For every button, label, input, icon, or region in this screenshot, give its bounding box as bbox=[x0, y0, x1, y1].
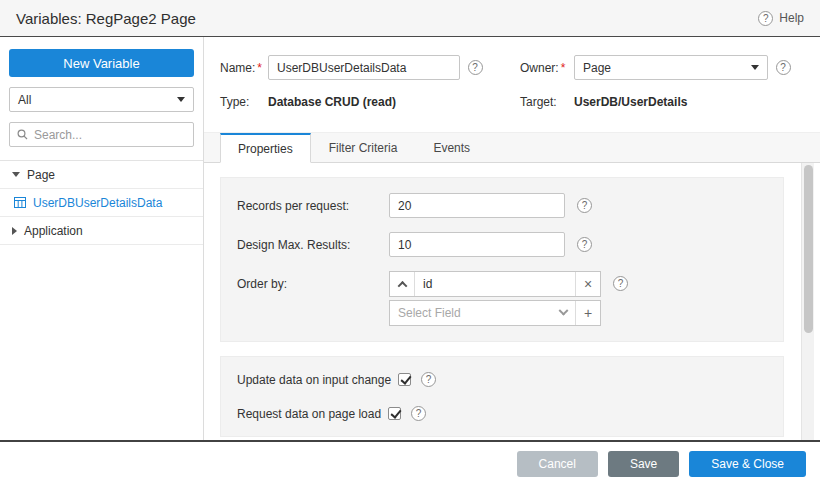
triangle-right-icon bbox=[12, 227, 17, 235]
panel-request-settings: Records per request: ? Design Max. Resul… bbox=[220, 177, 784, 342]
chevron-down-icon bbox=[559, 305, 569, 315]
help-button[interactable]: ? Help bbox=[758, 11, 804, 26]
search-input[interactable] bbox=[34, 128, 186, 142]
request-on-load-label: Request data on page load bbox=[237, 407, 381, 421]
save-button[interactable]: Save bbox=[608, 451, 679, 477]
type-label: Type: bbox=[220, 95, 268, 109]
variable-filter-select[interactable]: All bbox=[9, 87, 194, 112]
request-on-load-checkbox[interactable] bbox=[388, 407, 401, 420]
name-help-icon[interactable]: ? bbox=[468, 60, 483, 75]
order-by-add-row: Select Field + bbox=[389, 300, 601, 326]
owner-help-icon[interactable]: ? bbox=[776, 60, 791, 75]
tree-item-variable[interactable]: UserDBUserDetailsData bbox=[0, 189, 203, 217]
records-per-request-row: Records per request: ? bbox=[237, 193, 769, 218]
tree-group-application[interactable]: Application bbox=[0, 217, 203, 245]
select-field-placeholder: Select Field bbox=[398, 306, 461, 320]
tab-bar: Properties Filter Criteria Events bbox=[204, 132, 820, 163]
search-icon bbox=[17, 129, 28, 140]
type-value: Database CRUD (read) bbox=[268, 95, 520, 109]
tree-group-page-label: Page bbox=[27, 168, 55, 182]
update-on-input-checkbox[interactable] bbox=[398, 373, 411, 386]
update-on-input-label: Update data on input change bbox=[237, 373, 391, 387]
properties-panel: Records per request: ? Design Max. Resul… bbox=[204, 163, 820, 440]
dialog-header: Variables: RegPage2 Page ? Help bbox=[0, 0, 820, 37]
order-by-row: Order by: × Select Fi bbox=[237, 271, 769, 326]
records-per-request-input[interactable] bbox=[389, 193, 565, 218]
order-by-field-row: × bbox=[389, 271, 601, 297]
owner-select[interactable]: Page bbox=[574, 55, 768, 80]
update-on-input-row: Update data on input change ? bbox=[237, 372, 769, 387]
tab-events[interactable]: Events bbox=[415, 133, 488, 162]
owner-selected-value: Page bbox=[583, 61, 611, 75]
tree-group-page[interactable]: Page bbox=[0, 161, 203, 189]
sidebar-controls: New Variable All bbox=[0, 49, 203, 160]
records-help-icon[interactable]: ? bbox=[577, 198, 592, 213]
update-on-input-help-icon[interactable]: ? bbox=[421, 372, 436, 387]
request-on-load-help-icon[interactable]: ? bbox=[411, 406, 426, 421]
scrollbar-thumb[interactable] bbox=[804, 165, 813, 333]
sort-direction-button[interactable] bbox=[390, 272, 415, 296]
sidebar: New Variable All Page bbox=[0, 37, 204, 440]
chevron-down-icon bbox=[751, 65, 759, 70]
required-marker: * bbox=[257, 61, 262, 75]
dialog-body: New Variable All Page bbox=[0, 37, 820, 440]
search-box bbox=[9, 122, 194, 147]
design-max-results-input[interactable] bbox=[389, 232, 565, 257]
type-target-row: Type: Database CRUD (read) Target: UserD… bbox=[220, 95, 820, 109]
remove-field-button[interactable]: × bbox=[575, 272, 600, 296]
new-variable-button[interactable]: New Variable bbox=[9, 49, 194, 77]
design-max-help-icon[interactable]: ? bbox=[577, 237, 592, 252]
dialog-footer: Cancel Save Save & Close bbox=[0, 440, 820, 486]
name-input[interactable] bbox=[268, 55, 460, 80]
select-field-dropdown[interactable]: Select Field bbox=[390, 301, 575, 325]
name-label: Name:* bbox=[220, 61, 268, 75]
target-label: Target: bbox=[520, 95, 574, 109]
name-owner-row: Name:* ? Owner:* Page ? bbox=[220, 55, 820, 80]
page-title: Variables: RegPage2 Page bbox=[16, 10, 196, 27]
scrollbar[interactable] bbox=[801, 163, 814, 440]
help-icon: ? bbox=[758, 11, 773, 26]
target-value: UserDB/UserDetails bbox=[574, 95, 768, 109]
order-by-help-icon[interactable]: ? bbox=[613, 276, 628, 291]
order-by-label: Order by: bbox=[237, 277, 389, 291]
main-panel: Name:* ? Owner:* Page ? Type: bbox=[204, 37, 820, 440]
design-max-results-row: Design Max. Results: ? bbox=[237, 232, 769, 257]
variable-icon bbox=[14, 197, 26, 208]
tab-filter-criteria[interactable]: Filter Criteria bbox=[311, 133, 416, 162]
panel-data-behavior: Update data on input change ? Request da… bbox=[220, 356, 784, 437]
owner-label: Owner:* bbox=[520, 61, 574, 75]
chevron-up-icon bbox=[397, 280, 407, 290]
variable-summary-form: Name:* ? Owner:* Page ? Type: bbox=[204, 37, 820, 132]
tab-properties[interactable]: Properties bbox=[220, 133, 311, 163]
variables-dialog: Variables: RegPage2 Page ? Help New Vari… bbox=[0, 0, 820, 486]
tree-item-variable-label: UserDBUserDetailsData bbox=[33, 196, 162, 210]
variables-tree: Page UserDBUserDetailsData Application bbox=[0, 160, 203, 245]
required-marker: * bbox=[561, 61, 566, 75]
cancel-button[interactable]: Cancel bbox=[517, 451, 598, 477]
order-by-field-input[interactable] bbox=[415, 272, 575, 296]
order-by-control: × Select Field + bbox=[389, 271, 601, 326]
triangle-down-icon bbox=[12, 172, 20, 177]
save-close-button[interactable]: Save & Close bbox=[689, 451, 806, 477]
add-field-button[interactable]: + bbox=[575, 301, 600, 325]
filter-selected-value: All bbox=[18, 93, 31, 107]
records-per-request-label: Records per request: bbox=[237, 199, 389, 213]
help-label: Help bbox=[779, 11, 804, 25]
tree-group-application-label: Application bbox=[24, 224, 83, 238]
request-on-load-row: Request data on page load ? bbox=[237, 406, 769, 421]
design-max-results-label: Design Max. Results: bbox=[237, 238, 389, 252]
chevron-down-icon bbox=[177, 97, 185, 102]
